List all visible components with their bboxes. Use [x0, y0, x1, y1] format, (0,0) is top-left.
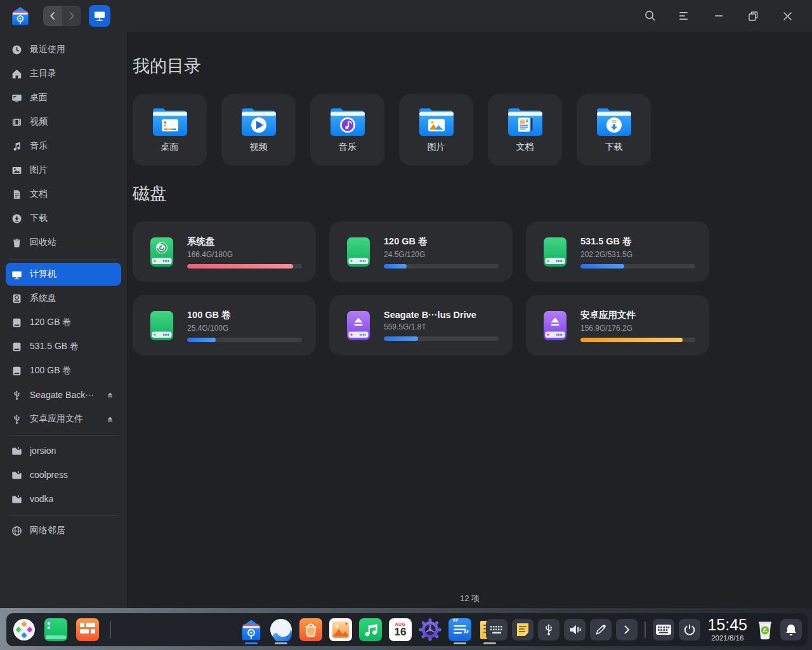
- folder-label: 下载: [605, 142, 623, 153]
- disk-card-system[interactable]: 系统盘 166.4G/180G: [133, 222, 316, 282]
- sidebar-item-coolpress[interactable]: coolpress: [6, 463, 121, 486]
- virtual-keyboard-icon: [489, 624, 504, 635]
- dock-app-voice-notes[interactable]: “”: [448, 613, 472, 646]
- sidebar-item-desktop[interactable]: 桌面: [6, 86, 121, 109]
- folder-card-downloads[interactable]: 下载: [577, 94, 651, 166]
- dock-app-control-center[interactable]: [418, 613, 442, 646]
- file-manager-window: 最近使用 主目录 桌面 视频 音乐: [0, 0, 812, 608]
- bell-icon: [784, 623, 798, 637]
- computer-view-button[interactable]: [89, 5, 110, 27]
- disk-info: Seagate B···lus Drive 559.5G/1.8T: [384, 310, 499, 341]
- launcher-button[interactable]: [12, 613, 36, 646]
- network-globe-icon: [11, 526, 22, 536]
- chevron-right-icon: [67, 11, 76, 20]
- running-indicator: [245, 642, 258, 644]
- disk-info: 531.5 GB 卷 202.2G/531.5G: [580, 235, 695, 269]
- disk-icon: [11, 317, 22, 328]
- home-icon: [11, 69, 22, 79]
- notification-bell-button[interactable]: [780, 619, 802, 640]
- disk-card-android-files[interactable]: 安卓应用文件 156.9G/176.2G: [526, 295, 709, 355]
- menu-button[interactable]: [676, 8, 693, 24]
- search-button[interactable]: [642, 8, 658, 24]
- input-method-button[interactable]: [653, 619, 674, 640]
- close-button[interactable]: [779, 8, 796, 24]
- system-disk-icon: [150, 237, 173, 267]
- dock: AUG 16 “”: [6, 613, 808, 646]
- music-player-icon: [359, 618, 382, 641]
- minimize-button[interactable]: [710, 8, 727, 24]
- folder-card-documents[interactable]: 文档: [488, 94, 562, 166]
- sidebar-item-documents[interactable]: 文档: [6, 183, 121, 206]
- sidebar-item-computer[interactable]: 计算机: [6, 263, 121, 286]
- sidebar-item-trash[interactable]: 回收站: [6, 231, 121, 254]
- forward-button[interactable]: [62, 6, 81, 26]
- disk-card-seagate[interactable]: Seagate B···lus Drive 559.5G/1.8T: [329, 295, 513, 355]
- power-button[interactable]: [679, 619, 700, 640]
- disk-card-100gb[interactable]: 100 GB 卷 25.4G/100G: [133, 295, 316, 355]
- sidebar-item-volume-531[interactable]: 531.5 GB 卷: [6, 335, 121, 358]
- clock[interactable]: 15:45 2021/8/16: [707, 617, 747, 642]
- sidebar-item-home[interactable]: 主目录: [6, 62, 121, 85]
- sidebar-item-vodka[interactable]: vodka: [6, 488, 121, 510]
- file-manager-app-icon: [9, 4, 32, 27]
- folder-card-videos[interactable]: 视频: [221, 94, 296, 166]
- disk-icon: [544, 237, 566, 267]
- sidebar-item-volume-100[interactable]: 100 GB 卷: [6, 359, 121, 382]
- close-icon: [783, 11, 792, 21]
- show-desktop-button[interactable]: [75, 613, 100, 646]
- folder-card-desktop[interactable]: 桌面: [133, 94, 207, 166]
- dock-app-file-manager[interactable]: [239, 613, 263, 646]
- disk-card-531gb[interactable]: 531.5 GB 卷 202.2G/531.5G: [526, 222, 709, 282]
- sidebar-item-network[interactable]: 网络邻居: [6, 519, 121, 542]
- sidebar-item-android-files[interactable]: 安卓应用文件: [6, 408, 121, 430]
- disk-progress-track: [384, 336, 499, 341]
- back-button[interactable]: [43, 6, 62, 26]
- downloads-folder-icon: [594, 104, 634, 138]
- desktop-screen: 最近使用 主目录 桌面 视频 音乐: [0, 0, 812, 650]
- running-indicator: [275, 642, 287, 644]
- folder-grid: 桌面 视频 音乐 图片: [133, 94, 812, 166]
- sidebar-item-volume-120[interactable]: 120 GB 卷: [6, 311, 121, 334]
- sidebar-item-label: 计算机: [30, 269, 56, 280]
- desktop-icon: [11, 93, 22, 103]
- music-note-icon: [11, 141, 22, 152]
- minimize-icon: [714, 11, 724, 21]
- sticky-note-tray-button[interactable]: [512, 619, 534, 640]
- folder-card-music[interactable]: 音乐: [310, 94, 384, 166]
- multitasking-view-button[interactable]: [44, 613, 68, 646]
- restore-button[interactable]: [745, 8, 761, 24]
- dock-app-photos[interactable]: [329, 613, 353, 646]
- disk-usage: 166.4G/180G: [187, 250, 302, 259]
- desktop-folder-icon: [150, 104, 190, 138]
- usb-icon: [11, 414, 22, 425]
- sidebar-item-music[interactable]: 音乐: [6, 135, 121, 157]
- clock-time: 15:45: [707, 617, 747, 633]
- sidebar-item-videos[interactable]: 视频: [6, 110, 121, 133]
- removable-disk-icon: [347, 311, 370, 340]
- eject-button[interactable]: [104, 389, 115, 401]
- dock-apps-group: AUG 16 “”: [239, 613, 502, 646]
- dock-app-browser[interactable]: [269, 613, 293, 646]
- tray-expand-button[interactable]: [616, 619, 638, 640]
- dock-app-calendar[interactable]: AUG 16: [388, 613, 412, 646]
- sidebar-item-downloads[interactable]: 下载: [6, 207, 121, 230]
- usb-device-tray-button[interactable]: [538, 619, 560, 640]
- disk-card-120gb[interactable]: 120 GB 卷 24.5G/120G: [329, 222, 513, 282]
- dock-app-music[interactable]: [358, 613, 383, 646]
- sidebar-item-jorsion[interactable]: jorsion: [6, 439, 121, 462]
- sidebar-item-recent[interactable]: 最近使用: [6, 38, 121, 61]
- disk-name: Seagate B···lus Drive: [384, 310, 499, 320]
- virtual-keyboard-button[interactable]: [486, 619, 508, 640]
- eject-button[interactable]: [104, 413, 115, 425]
- sidebar-item-system-disk[interactable]: 系统盘: [6, 287, 121, 310]
- sidebar-item-pictures[interactable]: 图片: [6, 159, 121, 182]
- dock-app-app-store[interactable]: [299, 613, 323, 646]
- volume-button[interactable]: [564, 619, 586, 640]
- screenshot-pen-button[interactable]: [590, 619, 612, 640]
- disk-progress-track: [187, 264, 302, 269]
- folder-card-pictures[interactable]: 图片: [399, 94, 473, 166]
- sidebar-item-seagate[interactable]: Seagate Back···: [6, 383, 121, 406]
- trash-bin-tray-button[interactable]: [754, 619, 776, 640]
- sidebar-item-label: 100 GB 卷: [30, 365, 71, 376]
- volume-icon: [568, 623, 582, 637]
